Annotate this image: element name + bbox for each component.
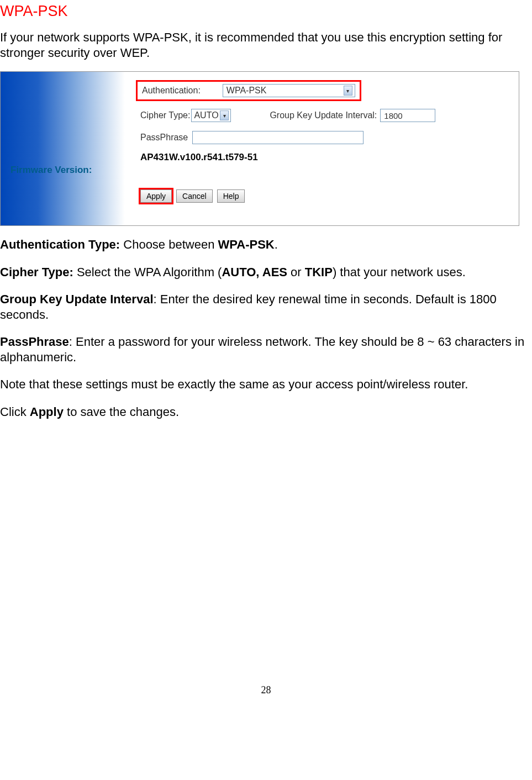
passphrase-text1: : Enter a password for your wireless net… xyxy=(0,335,524,364)
click-text2: to save the changes. xyxy=(64,405,179,419)
group-key-label: Group Key Update Interval: xyxy=(270,110,377,120)
auth-type-text1: Choose between xyxy=(120,238,218,251)
firmware-version-value: AP431W.v100.r541.t579-51 xyxy=(136,152,508,163)
authentication-value: WPA-PSK xyxy=(227,86,267,96)
authentication-label: Authentication: xyxy=(142,86,201,96)
click-text1: Click xyxy=(0,405,30,419)
passphrase-label: PassPhrase xyxy=(140,133,188,143)
passphrase-input[interactable] xyxy=(192,131,364,144)
auth-type-paragraph: Authentication Type: Choose between WPA-… xyxy=(0,237,532,252)
group-key-bold: Group Key Update Interval xyxy=(0,292,154,306)
note-paragraph: Note that these settings must be exactly… xyxy=(0,377,532,392)
button-row: Apply Cancel Help xyxy=(136,189,508,203)
chevron-down-icon: ▾ xyxy=(344,86,352,96)
config-screenshot: Firmware Version: Authentication: WPA-PS… xyxy=(0,71,519,226)
authentication-select[interactable]: WPA-PSK ▾ xyxy=(223,84,355,97)
cipher-type-label: Cipher Type: xyxy=(140,110,190,120)
passphrase-bold: PassPhrase xyxy=(0,335,69,349)
cipher-type-value: AUTO xyxy=(194,110,218,120)
intro-paragraph: If your network supports WPA-PSK, it is … xyxy=(0,30,532,60)
firmware-version-label: Firmware Version: xyxy=(10,165,92,176)
group-key-value: 1800 xyxy=(384,111,402,120)
chevron-down-icon: ▾ xyxy=(220,110,229,120)
cancel-button[interactable]: Cancel xyxy=(176,189,213,203)
form-area: Authentication: WPA-PSK ▾ Cipher Type: A… xyxy=(125,72,519,225)
page-number: 28 xyxy=(0,684,532,696)
group-key-input[interactable]: 1800 xyxy=(380,109,435,122)
passphrase-row: PassPhrase xyxy=(136,131,508,144)
group-key-paragraph: Group Key Update Interval: Enter the des… xyxy=(0,292,532,322)
cipher-row: Cipher Type: AUTO ▾ Group Key Update Int… xyxy=(136,109,508,122)
section-heading: WPA-PSK xyxy=(0,3,532,20)
group-key-group: Group Key Update Interval: 1800 xyxy=(270,109,435,122)
auth-type-text2: . xyxy=(275,238,278,251)
cipher-type-bold2: AUTO, AES xyxy=(222,265,287,279)
cipher-type-bold3: TKIP xyxy=(305,265,333,279)
cipher-type-text1: Select the WPA Algorithm ( xyxy=(73,265,222,279)
auth-type-bold: Authentication Type: xyxy=(0,238,120,251)
help-button[interactable]: Help xyxy=(217,189,245,203)
apply-button[interactable]: Apply xyxy=(140,189,172,203)
click-apply-paragraph: Click Apply to save the changes. xyxy=(0,404,532,420)
cipher-group: Cipher Type: AUTO ▾ xyxy=(140,109,231,122)
cipher-type-text2: or xyxy=(287,265,305,279)
cipher-type-select[interactable]: AUTO ▾ xyxy=(191,109,231,122)
passphrase-paragraph: PassPhrase: Enter a password for your wi… xyxy=(0,334,532,365)
cipher-type-text3: ) that your network uses. xyxy=(333,265,466,279)
auth-type-bold2: WPA-PSK xyxy=(218,238,275,251)
cipher-type-bold: Cipher Type: xyxy=(0,265,73,279)
cipher-type-paragraph: Cipher Type: Select the WPA Algorithm (A… xyxy=(0,265,532,280)
authentication-row: Authentication: WPA-PSK ▾ xyxy=(136,80,361,101)
click-bold1: Apply xyxy=(30,405,64,419)
sidebar-gradient: Firmware Version: xyxy=(1,72,125,225)
